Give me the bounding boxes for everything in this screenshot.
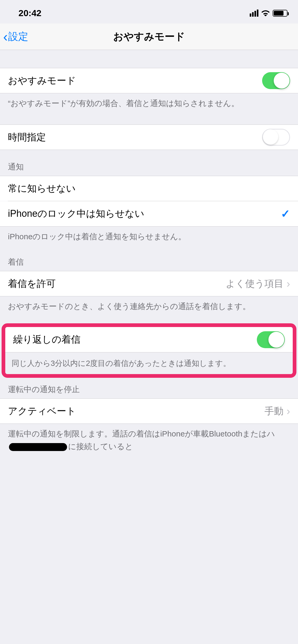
status-time: 20:42 [18, 8, 41, 18]
status-indicators [250, 8, 287, 18]
chevron-right-icon: › [287, 278, 290, 290]
dnd-footer: “おやすみモード”が有効の場合、着信と通知は知らされません。 [0, 93, 298, 115]
phone-header: 着信 [0, 248, 298, 271]
page-title: おやすみモード [113, 30, 185, 43]
scheduled-label: 時間指定 [8, 131, 46, 144]
battery-icon [273, 10, 287, 17]
silence-footer: iPhoneのロック中は着信と通知を知らせません。 [0, 227, 298, 248]
silence-always-row[interactable]: 常に知らせない [0, 176, 298, 201]
driving-activate-value: 手動 [264, 405, 283, 418]
dnd-toggle[interactable] [262, 72, 290, 89]
allow-calls-row[interactable]: 着信を許可 よく使う項目 › [0, 271, 298, 296]
highlight-annotation: 繰り返しの着信 同じ人から3分以内に2度目の着信があったときは通知します。 [2, 323, 296, 378]
cellular-icon [250, 10, 258, 17]
driving-header: 運転中の通知を停止 [0, 378, 298, 398]
driving-activate-row[interactable]: アクティベート 手動 › [0, 398, 298, 424]
silence-header: 通知 [0, 150, 298, 176]
repeated-calls-toggle[interactable] [257, 331, 285, 348]
repeated-calls-footer: 同じ人から3分以内に2度目の着信があったときは通知します。 [5, 352, 293, 374]
scheduled-row[interactable]: 時間指定 [0, 125, 298, 150]
status-bar: 20:42 [0, 0, 298, 24]
dnd-toggle-label: おやすみモード [8, 74, 76, 87]
checkmark-icon: ✓ [281, 207, 290, 220]
driving-activate-label: アクティベート [8, 405, 76, 418]
redacted-text [9, 443, 67, 451]
driving-footer: 運転中の通知を制限します。通話の着信はiPhoneが車載Bluetoothまたは… [0, 424, 298, 458]
allow-calls-label: 着信を許可 [8, 277, 56, 290]
silence-locked-row[interactable]: iPhoneのロック中は知らせない ✓ [0, 201, 298, 226]
allow-calls-value: よく使う項目 [226, 277, 283, 290]
wifi-icon [261, 8, 270, 18]
dnd-toggle-row[interactable]: おやすみモード [0, 68, 298, 93]
silence-always-label: 常に知らせない [8, 182, 76, 195]
scheduled-toggle[interactable] [262, 129, 290, 146]
back-button[interactable]: ‹ 設定 [3, 30, 28, 44]
silence-locked-label: iPhoneのロック中は知らせない [8, 207, 144, 220]
repeated-calls-label: 繰り返しの着信 [13, 333, 81, 346]
allow-calls-footer: おやすみモードのとき、よく使う連絡先からの通話を着信します。 [0, 296, 298, 318]
navigation-bar: ‹ 設定 おやすみモード [0, 24, 298, 50]
back-label: 設定 [8, 30, 28, 43]
chevron-left-icon: ‹ [3, 30, 8, 44]
repeated-calls-row[interactable]: 繰り返しの着信 [5, 327, 293, 352]
chevron-right-icon: › [287, 405, 290, 417]
